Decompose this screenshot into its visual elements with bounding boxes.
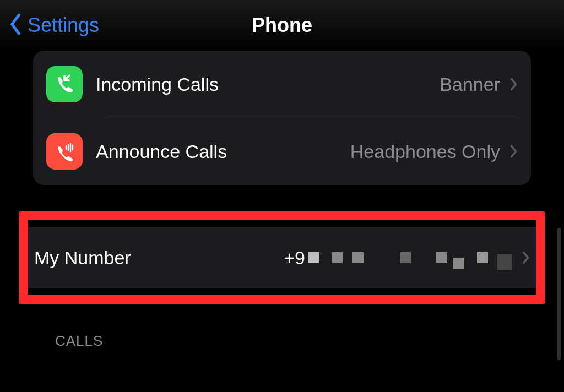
back-button[interactable]: Settings [0,13,99,38]
row-announce-calls[interactable]: Announce Calls Headphones Only [33,118,531,185]
chevron-right-icon [510,77,518,91]
chevron-right-icon [522,251,530,265]
nav-header: Settings Phone [0,0,564,51]
scroll-indicator[interactable] [557,228,561,360]
redacted-digit-icon [453,258,464,269]
redacted-digit-icon [352,252,364,263]
row-wrap: Announce Calls Headphones Only [33,118,531,185]
redacted-digit-icon [436,252,447,263]
row-label: My Number [34,247,284,269]
settings-group-my-number: My Number +9 [19,227,545,288]
row-label: Announce Calls [96,141,350,162]
row-incoming-calls[interactable]: Incoming Calls Banner [33,51,531,118]
redacted-digit-icon [477,252,488,263]
row-label: Incoming Calls [96,74,440,95]
my-number-highlight-area: My Number +9 [19,227,545,288]
chevron-right-icon [510,144,518,159]
redacted-digit-icon [497,254,512,270]
redacted-digit-icon [400,252,411,263]
section-header-calls: CALLS [55,333,564,350]
my-number-value: +9 [284,247,512,269]
row-my-number[interactable]: My Number +9 [19,227,545,288]
row-value: Headphones Only [350,141,500,162]
redacted-digit-icon [308,252,319,263]
settings-group-1: Incoming Calls Banner Announce Calls [33,51,531,185]
phone-announce-icon [46,133,83,170]
phone-incoming-icon [46,66,83,102]
row-divider [105,118,518,118]
redacted-digit-icon [332,252,343,263]
row-value: Banner [440,74,500,95]
back-label: Settings [28,14,99,37]
chevron-left-icon [8,13,23,38]
phone-number-prefix: +9 [284,247,305,269]
